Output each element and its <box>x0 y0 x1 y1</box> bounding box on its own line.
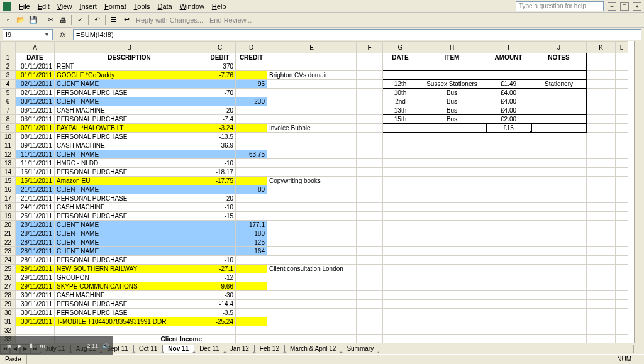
cell-h[interactable] <box>418 282 486 291</box>
cell-desc[interactable]: PAYPAL *HALOWEB LT <box>55 124 204 133</box>
cell-desc[interactable]: PERSONAL PURCHASE <box>55 309 204 317</box>
row-header[interactable]: 11 <box>1 141 16 150</box>
cell-i[interactable] <box>486 177 531 185</box>
cell-h[interactable] <box>418 309 486 317</box>
cell-date[interactable]: 03/11/2011 <box>16 106 55 115</box>
cell-h[interactable]: Bus <box>418 89 486 97</box>
cell-g[interactable] <box>383 168 418 177</box>
row-header[interactable]: 31 <box>1 317 16 326</box>
close-button[interactable]: × <box>633 2 641 11</box>
cell-h[interactable] <box>418 124 486 133</box>
cell-i[interactable] <box>486 168 531 177</box>
menu-format[interactable]: Format <box>101 1 130 11</box>
cell-debit[interactable]: -15 <box>204 212 236 221</box>
cell-debit[interactable]: -12 <box>204 273 236 282</box>
cell-credit[interactable]: 177.1 <box>236 221 267 229</box>
cell-j[interactable] <box>531 229 587 238</box>
cell-credit[interactable]: 80 <box>236 185 267 194</box>
cell-debit[interactable] <box>204 238 236 247</box>
media-next-icon[interactable]: ⏭ <box>38 341 47 350</box>
cell-desc[interactable] <box>55 326 204 335</box>
col-header-J[interactable]: J <box>531 42 587 53</box>
row-header[interactable]: 4 <box>1 80 16 89</box>
row-header[interactable]: 13 <box>1 159 16 168</box>
cell-desc[interactable]: PERSONAL PURCHASE <box>55 89 204 97</box>
cell-note[interactable] <box>267 273 357 282</box>
cell-g[interactable] <box>383 247 418 256</box>
cell-debit[interactable]: -70 <box>204 89 236 97</box>
cell-date[interactable]: 30/11/2011 <box>16 309 55 317</box>
cell-h[interactable] <box>418 238 486 247</box>
hdr-notes[interactable]: NOTES <box>531 53 587 62</box>
cell-credit[interactable] <box>236 256 267 265</box>
cell-note[interactable]: Brighton CVs domain <box>267 71 357 80</box>
cell-credit[interactable]: 180 <box>236 229 267 238</box>
cell-j[interactable] <box>531 133 587 141</box>
cell-h[interactable] <box>418 177 486 185</box>
cell-j[interactable]: Stationery <box>531 80 587 89</box>
cell-note[interactable] <box>267 300 357 309</box>
row-header[interactable]: 30 <box>1 309 16 317</box>
row-header[interactable]: 20 <box>1 221 16 229</box>
menu-data[interactable]: Data <box>153 1 175 11</box>
row-header[interactable]: 12 <box>1 150 16 159</box>
cell-note[interactable] <box>267 159 357 168</box>
cell-debit[interactable]: -10 <box>204 159 236 168</box>
cell-g[interactable] <box>383 124 418 133</box>
cell-date[interactable] <box>16 326 55 335</box>
cell-i[interactable] <box>486 133 531 141</box>
cell-g[interactable] <box>383 177 418 185</box>
cell-date[interactable]: 30/11/2011 <box>16 317 55 326</box>
cell-date[interactable]: 01/11/2011 <box>16 71 55 80</box>
cell-j[interactable] <box>531 150 587 159</box>
cell-note[interactable] <box>267 62 357 71</box>
cell-h[interactable] <box>418 71 486 80</box>
cell-desc[interactable]: CLIENT NAME <box>55 150 204 159</box>
cell-note[interactable] <box>267 115 357 124</box>
cell-j[interactable] <box>531 309 587 317</box>
cell-j[interactable] <box>531 141 587 150</box>
sheet-tab[interactable]: March & April 12 <box>284 345 341 353</box>
cell-date[interactable]: 30/11/2011 <box>16 291 55 300</box>
cell-g[interactable] <box>383 317 418 326</box>
cell-g[interactable] <box>383 273 418 282</box>
cell-h[interactable] <box>418 247 486 256</box>
row-header[interactable]: 18 <box>1 203 16 212</box>
cell-h[interactable] <box>418 133 486 141</box>
cell-date[interactable]: 11/11/2011 <box>16 159 55 168</box>
cell-debit[interactable]: -27.1 <box>204 265 236 273</box>
cell-i[interactable] <box>486 300 531 309</box>
cell-credit[interactable] <box>236 115 267 124</box>
cell-note[interactable] <box>267 89 357 97</box>
cell-desc[interactable]: PERSONAL PURCHASE <box>55 168 204 177</box>
cell-h[interactable] <box>418 194 486 203</box>
cell-debit[interactable] <box>204 185 236 194</box>
cell-note[interactable] <box>267 309 357 317</box>
select-all-corner[interactable] <box>1 42 16 53</box>
cell-i[interactable] <box>486 265 531 273</box>
cell-g[interactable] <box>383 300 418 309</box>
horizontal-scrollbar[interactable] <box>382 345 634 353</box>
cell-h[interactable] <box>418 300 486 309</box>
cell-g[interactable] <box>383 185 418 194</box>
cell-date[interactable]: 25/11/2011 <box>16 212 55 221</box>
cell-credit[interactable] <box>236 194 267 203</box>
cell-debit[interactable]: -7.76 <box>204 71 236 80</box>
cell-h[interactable] <box>418 291 486 300</box>
cell-date[interactable]: 03/11/2011 <box>16 97 55 106</box>
media-vol-icon[interactable]: 🔊 <box>101 341 109 350</box>
sheet-tab[interactable]: Feb 12 <box>254 345 285 353</box>
cell-date[interactable]: 09/11/2011 <box>16 141 55 150</box>
mail-icon[interactable]: ✉ <box>45 14 56 26</box>
row-header[interactable]: 27 <box>1 282 16 291</box>
cell-j[interactable] <box>531 62 587 71</box>
row-header[interactable]: 1 <box>1 53 16 62</box>
cell-i[interactable] <box>486 309 531 317</box>
cell-g[interactable] <box>383 212 418 221</box>
hdr-g-date[interactable]: DATE <box>383 53 418 62</box>
col-header-C[interactable]: C <box>204 42 236 53</box>
cell-note[interactable]: Client consultation London <box>267 265 357 273</box>
cell-j[interactable] <box>531 247 587 256</box>
cell-date[interactable]: 28/11/2011 <box>16 256 55 265</box>
cell-date[interactable]: 03/11/2011 <box>16 115 55 124</box>
